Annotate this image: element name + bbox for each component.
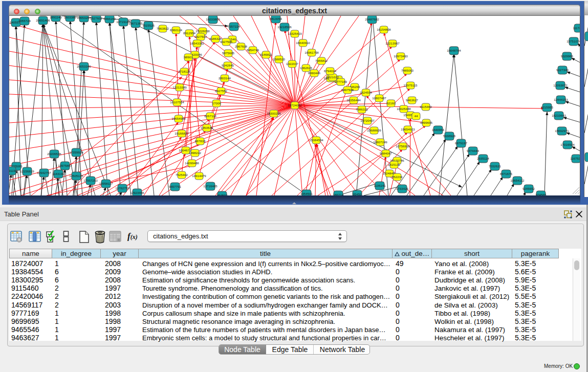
svg-text:8360124: 8360124 xyxy=(170,28,183,32)
svg-text:9327505: 9327505 xyxy=(220,40,233,43)
svg-text:9245652: 9245652 xyxy=(522,187,535,190)
svg-text:16033809: 16033809 xyxy=(206,17,220,21)
svg-text:17359924: 17359924 xyxy=(69,150,83,154)
svg-text:6879197: 6879197 xyxy=(455,141,468,145)
svg-text:954502: 954502 xyxy=(217,193,228,195)
svg-text:1143190: 1143190 xyxy=(52,172,64,176)
svg-text:1117409: 1117409 xyxy=(573,26,580,30)
svg-text:12213967: 12213967 xyxy=(385,41,400,45)
svg-text:20356444: 20356444 xyxy=(346,98,361,102)
svg-text:17006: 17006 xyxy=(212,101,221,105)
svg-text:16210643: 16210643 xyxy=(552,114,566,117)
svg-text:8267110: 8267110 xyxy=(204,114,216,118)
svg-text:15751074: 15751074 xyxy=(567,39,580,43)
svg-text:12923466: 12923466 xyxy=(130,191,144,194)
svg-text:1954501: 1954501 xyxy=(300,192,313,195)
svg-text:7986322: 7986322 xyxy=(356,107,368,111)
svg-text:1891140: 1891140 xyxy=(50,16,62,19)
svg-text:887833: 887833 xyxy=(195,139,206,143)
svg-text:16961758: 16961758 xyxy=(304,51,319,54)
svg-text:20206536: 20206536 xyxy=(47,152,61,156)
svg-text:8427552: 8427552 xyxy=(215,89,228,93)
svg-text:10973493: 10973493 xyxy=(394,54,408,58)
svg-text:12156819: 12156819 xyxy=(20,169,34,173)
svg-text:16543382: 16543382 xyxy=(190,41,204,45)
svg-text:20487682: 20487682 xyxy=(365,17,379,21)
svg-text:7032621: 7032621 xyxy=(489,164,502,168)
svg-text:2935114: 2935114 xyxy=(477,157,489,160)
svg-text:20691406: 20691406 xyxy=(36,18,50,22)
svg-text:8454749: 8454749 xyxy=(247,48,259,52)
svg-text:1527602: 1527602 xyxy=(90,16,103,20)
svg-text:252234: 252234 xyxy=(392,175,403,179)
svg-text:1603380: 1603380 xyxy=(64,16,77,19)
svg-text:2055724: 2055724 xyxy=(18,19,31,23)
svg-text:1640954: 1640954 xyxy=(432,128,445,132)
svg-text:14099488: 14099488 xyxy=(185,161,199,165)
svg-text:2803144: 2803144 xyxy=(219,76,231,80)
svg-text:17016504: 17016504 xyxy=(560,143,575,146)
svg-text:8990446: 8990446 xyxy=(308,71,321,75)
svg-text:9227349: 9227349 xyxy=(556,68,569,72)
svg-text:18807249: 18807249 xyxy=(373,140,387,144)
svg-text:5875685: 5875685 xyxy=(222,51,235,55)
svg-text:6466160: 6466160 xyxy=(103,17,116,20)
svg-text:16671365: 16671365 xyxy=(128,21,143,25)
svg-text:9777169: 9777169 xyxy=(335,80,347,83)
svg-text:10756928: 10756928 xyxy=(396,144,410,148)
svg-text:8471676: 8471676 xyxy=(500,172,513,176)
svg-text:13716485: 13716485 xyxy=(203,184,217,188)
svg-text:19166827: 19166827 xyxy=(175,132,189,135)
svg-text:1615132: 1615132 xyxy=(388,163,401,166)
svg-text:1621022: 1621022 xyxy=(326,75,339,79)
svg-text:12505135: 12505135 xyxy=(69,174,83,178)
svg-text:1353539: 1353539 xyxy=(201,126,213,129)
svg-text:16107554: 16107554 xyxy=(170,100,184,104)
svg-text:2718126: 2718126 xyxy=(178,70,191,73)
svg-text:15226058: 15226058 xyxy=(195,29,210,33)
svg-text:9463627: 9463627 xyxy=(406,98,419,102)
svg-text:7663822: 7663822 xyxy=(157,27,169,30)
svg-text:19654988: 19654988 xyxy=(171,117,186,120)
svg-text:19218506: 19218506 xyxy=(277,25,292,29)
svg-text:10688609: 10688609 xyxy=(367,128,381,132)
svg-text:7357224: 7357224 xyxy=(228,25,241,28)
svg-text:7625402: 7625402 xyxy=(176,173,188,177)
svg-text:19654923: 19654923 xyxy=(401,127,415,131)
svg-text:95450: 95450 xyxy=(353,192,362,195)
svg-text:9242845: 9242845 xyxy=(222,63,234,67)
svg-text:8813054: 8813054 xyxy=(270,17,282,20)
svg-text:2967608: 2967608 xyxy=(235,45,248,48)
svg-text:9657791: 9657791 xyxy=(169,185,182,188)
svg-text:7515526: 7515526 xyxy=(142,24,155,27)
svg-text:10975867: 10975867 xyxy=(58,164,72,167)
svg-text:44: 44 xyxy=(415,114,418,118)
svg-text:9684067: 9684067 xyxy=(380,151,393,155)
svg-text:186714: 186714 xyxy=(333,193,344,195)
svg-text:9474444: 9474444 xyxy=(467,149,480,152)
svg-text:13325419: 13325419 xyxy=(288,32,302,35)
svg-text:15384594: 15384594 xyxy=(309,138,323,142)
svg-text:1624554: 1624554 xyxy=(360,91,373,94)
svg-text:10807487: 10807487 xyxy=(372,96,386,100)
svg-text:5938928: 5938928 xyxy=(443,134,456,138)
svg-text:9146821: 9146821 xyxy=(260,53,273,56)
svg-text:12942757: 12942757 xyxy=(37,171,51,174)
svg-text:14914479: 14914479 xyxy=(192,174,206,178)
svg-text:39119: 39119 xyxy=(9,169,16,172)
svg-text:18724007: 18724007 xyxy=(288,103,302,107)
svg-text:924565: 924565 xyxy=(536,193,547,195)
svg-text:6497508: 6497508 xyxy=(341,88,354,92)
svg-text:12093872: 12093872 xyxy=(553,83,568,87)
svg-text:20053346: 20053346 xyxy=(77,64,91,68)
svg-text:12444153: 12444153 xyxy=(554,98,568,101)
svg-text:1588520: 1588520 xyxy=(273,57,286,61)
svg-text:15692971: 15692971 xyxy=(555,129,569,133)
svg-text:17957253: 17957253 xyxy=(83,179,98,182)
svg-text:18300295: 18300295 xyxy=(267,112,281,115)
svg-text:7955812: 7955812 xyxy=(315,59,328,62)
svg-text:16782759: 16782759 xyxy=(115,186,129,190)
svg-text:1322037: 1322037 xyxy=(286,62,299,65)
svg-text:7485063: 7485063 xyxy=(401,69,414,72)
svg-text:10653267: 10653267 xyxy=(77,16,91,19)
